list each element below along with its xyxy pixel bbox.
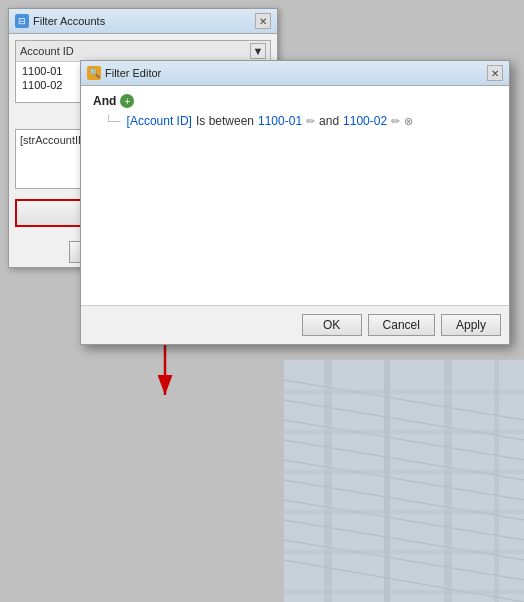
filter-delete-condition-icon[interactable]: ⊗: [404, 115, 413, 128]
filter-accounts-title: Filter Accounts: [33, 15, 105, 27]
filter-editor-body: And + └─ [Account ID] Is between 1100-01…: [81, 86, 509, 306]
filter-editor-icon: 🔍: [87, 66, 101, 80]
filter-tree-line: └─: [105, 115, 121, 127]
svg-rect-18: [284, 510, 524, 514]
filter-editor-close-button[interactable]: ✕: [487, 65, 503, 81]
background-scene: [284, 360, 524, 602]
filter-editor-ok-button[interactable]: OK: [302, 314, 362, 336]
filter-editor-title-label: Filter Editor: [105, 67, 161, 79]
filter-field-label[interactable]: [Account ID]: [127, 114, 192, 128]
svg-rect-13: [444, 360, 452, 602]
filter-editor-window: 🔍 Filter Editor ✕ And + └─ [Account ID] …: [80, 60, 510, 345]
filter-value2-label[interactable]: 1100-02: [343, 114, 387, 128]
filter-accounts-icon: ⊟: [15, 14, 29, 28]
svg-rect-15: [284, 390, 524, 394]
filter-accounts-title-group: ⊟ Filter Accounts: [15, 14, 105, 28]
svg-rect-16: [284, 430, 524, 434]
svg-rect-12: [384, 360, 390, 602]
filter-and-text: and: [319, 114, 339, 128]
filter-edit-value2-icon[interactable]: ✏: [391, 115, 400, 128]
svg-rect-20: [284, 590, 524, 594]
filter-editor-apply-button[interactable]: Apply: [441, 314, 501, 336]
svg-rect-17: [284, 470, 524, 474]
filter-and-row: And +: [89, 94, 501, 108]
filter-accounts-titlebar: ⊟ Filter Accounts ✕: [9, 9, 277, 34]
filter-editor-titlebar: 🔍 Filter Editor ✕: [81, 61, 509, 86]
filter-edit-value1-icon[interactable]: ✏: [306, 115, 315, 128]
svg-rect-11: [324, 360, 332, 602]
filter-editor-footer: OK Cancel Apply: [81, 306, 509, 344]
svg-rect-14: [494, 360, 499, 602]
list-dropdown-button[interactable]: ▼: [250, 43, 266, 59]
filter-condition-row: └─ [Account ID] Is between 1100-01 ✏ and…: [89, 114, 501, 128]
filter-add-condition-icon[interactable]: +: [120, 94, 134, 108]
svg-rect-0: [284, 360, 524, 602]
filter-value1-label[interactable]: 1100-01: [258, 114, 302, 128]
account-id-header-label: Account ID: [20, 45, 74, 57]
filter-and-label: And: [93, 94, 116, 108]
filter-editor-cancel-button[interactable]: Cancel: [368, 314, 435, 336]
svg-rect-19: [284, 550, 524, 554]
account-list-header: Account ID ▼: [16, 41, 270, 62]
filter-operator-label: Is between: [196, 114, 254, 128]
filter-accounts-close-button[interactable]: ✕: [255, 13, 271, 29]
filter-editor-title-group: 🔍 Filter Editor: [87, 66, 161, 80]
